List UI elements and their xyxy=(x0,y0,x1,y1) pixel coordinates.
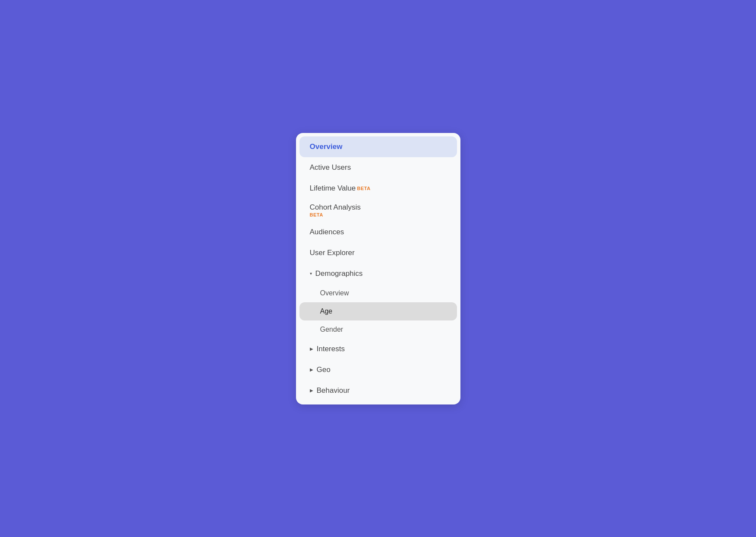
geo-chevron: ▶ xyxy=(310,367,313,372)
sidebar-item-behaviour[interactable]: ▶ Behaviour xyxy=(299,380,457,401)
sidebar-item-user-explorer[interactable]: User Explorer xyxy=(299,243,457,263)
behaviour-chevron: ▶ xyxy=(310,388,313,393)
audiences-label: Audiences xyxy=(310,228,344,236)
cohort-analysis-label: Cohort Analysis xyxy=(310,203,361,212)
sidebar-item-interests[interactable]: ▶ Interests xyxy=(299,339,457,359)
sidebar-item-demographics-overview[interactable]: Overview xyxy=(299,284,457,302)
demographics-chevron: ▾ xyxy=(310,271,312,276)
sidebar-item-demographics[interactable]: ▾ Demographics xyxy=(299,263,457,284)
lifetime-value-label: Lifetime Value xyxy=(310,184,356,193)
user-explorer-label: User Explorer xyxy=(310,249,355,257)
sidebar-item-demographics-gender[interactable]: Gender xyxy=(299,320,457,339)
demographics-gender-label: Gender xyxy=(320,326,343,333)
sidebar-item-active-users[interactable]: Active Users xyxy=(299,157,457,178)
demographics-label: Demographics xyxy=(315,269,363,278)
sidebar-item-geo[interactable]: ▶ Geo xyxy=(299,359,457,380)
lifetime-value-beta-badge: BETA xyxy=(357,186,370,191)
cohort-analysis-beta-badge: BETA xyxy=(310,212,323,217)
sidebar-item-overview[interactable]: Overview xyxy=(299,136,457,157)
demographics-overview-label: Overview xyxy=(320,289,349,297)
overview-label: Overview xyxy=(310,142,343,151)
sidebar-item-demographics-age[interactable]: Age xyxy=(299,302,457,320)
demographics-age-label: Age xyxy=(320,307,332,315)
sidebar-item-cohort-analysis[interactable]: Cohort Analysis BETA xyxy=(299,199,457,222)
navigation-panel: Overview Active Users Lifetime Value BET… xyxy=(296,133,460,404)
interests-chevron: ▶ xyxy=(310,346,313,351)
sidebar-item-lifetime-value[interactable]: Lifetime Value BETA xyxy=(299,178,457,199)
sidebar-item-audiences[interactable]: Audiences xyxy=(299,222,457,243)
geo-label: Geo xyxy=(317,366,331,374)
interests-label: Interests xyxy=(317,345,345,353)
behaviour-label: Behaviour xyxy=(317,386,350,395)
active-users-label: Active Users xyxy=(310,163,351,172)
